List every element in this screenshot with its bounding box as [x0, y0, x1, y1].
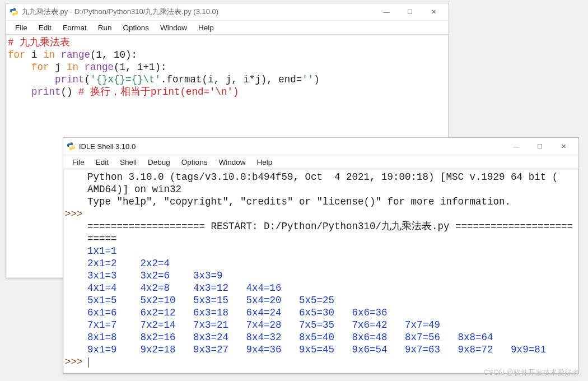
- code-comment: # 换行，相当于print(end='\n'): [78, 86, 239, 97]
- restart-line: ==================== RESTART: D:/Python/…: [87, 220, 577, 233]
- code-builtin: print: [31, 86, 61, 97]
- menu-run[interactable]: Run: [94, 22, 116, 33]
- shell-window: IDLE Shell 3.10.0 — ☐ ✕ File Edit Shell …: [63, 137, 579, 374]
- code-keyword: for: [31, 62, 49, 73]
- editor-titlebar[interactable]: 九九乘法表.py - D:/Python/Python310/九九乘法表.py …: [6, 3, 449, 21]
- menu-file[interactable]: File: [68, 157, 89, 168]
- window-controls: — ☐ ✕: [375, 4, 445, 20]
- code-builtin: range: [78, 62, 114, 73]
- menu-help[interactable]: Help: [252, 157, 277, 168]
- menu-file[interactable]: File: [11, 22, 32, 33]
- code-ident: j: [49, 62, 67, 73]
- output-row: 9x1=9 9x2=18 9x3=27 9x4=36 9x5=45 9x6=54…: [87, 343, 577, 356]
- menu-debug[interactable]: Debug: [143, 157, 175, 168]
- output-row: 7x1=7 7x2=14 7x3=21 7x4=28 7x5=35 7x6=42…: [87, 319, 577, 331]
- shell-prompt: >>>: [65, 356, 87, 368]
- menu-options[interactable]: Options: [119, 22, 154, 33]
- python-icon: [67, 142, 76, 151]
- shell-banner: Python 3.10.0 (tags/v3.10.0:b494f59, Oct…: [87, 171, 577, 183]
- output-row: 4x1=4 4x2=8 4x3=12 4x4=16: [87, 282, 577, 294]
- close-button[interactable]: ✕: [422, 4, 445, 20]
- window-controls: — ☐ ✕: [505, 138, 575, 154]
- maximize-button[interactable]: ☐: [528, 138, 552, 154]
- code-string: '': [302, 74, 314, 85]
- shell-menubar: File Edit Shell Debug Options Window Hel…: [63, 155, 578, 169]
- output-row: 2x1=2 2x2=4: [87, 257, 577, 270]
- code-paren: (1, i+1):: [114, 62, 167, 73]
- code-ident: i: [26, 49, 44, 61]
- minimize-button[interactable]: —: [505, 138, 528, 154]
- code-ident: .format(i, j, i*j), end=: [161, 74, 302, 85]
- shell-prompt: >>>: [65, 208, 87, 220]
- output-row: 5x1=5 5x2=10 5x3=15 5x4=20 5x5=25: [87, 294, 577, 306]
- code-indent: [8, 74, 55, 85]
- output-row: 1x1=1: [87, 245, 577, 257]
- shell-banner: Type "help", "copyright", "credits" or "…: [87, 196, 577, 208]
- cursor-icon: [88, 357, 88, 368]
- code-string: ': [90, 74, 96, 85]
- menu-shell[interactable]: Shell: [115, 157, 141, 168]
- menu-options[interactable]: Options: [177, 157, 212, 168]
- code-keyword: in: [67, 62, 78, 73]
- menu-window[interactable]: Window: [214, 157, 250, 168]
- code-keyword: in: [43, 49, 55, 61]
- shell-titlebar[interactable]: IDLE Shell 3.10.0 — ☐ ✕: [63, 138, 578, 155]
- output-row: 6x1=6 6x2=12 6x3=18 6x4=24 6x5=30 6x6=36: [87, 306, 577, 319]
- code-paren: (): [61, 86, 79, 97]
- menu-format[interactable]: Format: [58, 22, 91, 33]
- python-icon: [10, 7, 18, 16]
- code-paren: ): [314, 74, 320, 85]
- code-builtin: print: [55, 74, 85, 85]
- code-indent: [8, 86, 31, 97]
- code-paren: (: [85, 74, 91, 85]
- shell-content[interactable]: Python 3.10.0 (tags/v3.10.0:b494f59, Oct…: [63, 169, 578, 373]
- editor-title: 九九乘法表.py - D:/Python/Python310/九九乘法表.py …: [22, 7, 375, 17]
- code-keyword: for: [8, 49, 26, 61]
- code-indent: [8, 62, 31, 73]
- code-string: {}x{}={}\t: [96, 74, 155, 85]
- code-builtin: range: [55, 49, 90, 61]
- code-paren: (1, 10):: [90, 49, 137, 61]
- shell-title: IDLE Shell 3.10.0: [79, 142, 505, 151]
- code-comment: # 九九乘法表: [8, 37, 70, 48]
- maximize-button[interactable]: ☐: [398, 4, 422, 20]
- menu-edit[interactable]: Edit: [91, 157, 113, 168]
- output-row: 3x1=3 3x2=6 3x3=9: [87, 270, 577, 282]
- menu-window[interactable]: Window: [156, 22, 192, 33]
- close-button[interactable]: ✕: [552, 138, 575, 154]
- menu-edit[interactable]: Edit: [34, 22, 56, 33]
- restart-line: =====: [87, 233, 577, 245]
- shell-banner: AMD64)] on win32: [87, 183, 577, 196]
- code-string: ': [155, 74, 161, 85]
- minimize-button[interactable]: —: [375, 4, 398, 20]
- output-row: 8x1=8 8x2=16 8x3=24 8x4=32 8x5=40 8x6=48…: [87, 331, 577, 343]
- editor-menubar: File Edit Format Run Options Window Help: [6, 21, 449, 35]
- menu-help[interactable]: Help: [194, 22, 218, 33]
